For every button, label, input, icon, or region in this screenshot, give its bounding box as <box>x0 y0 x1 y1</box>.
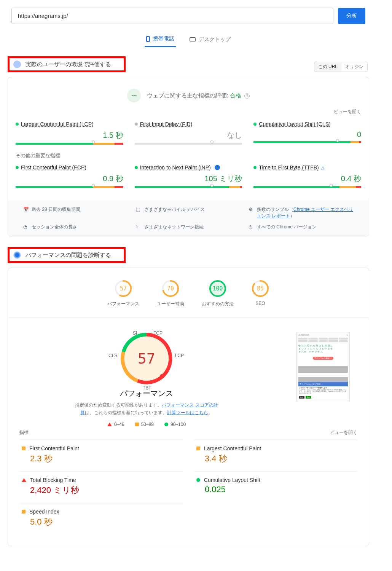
other-metrics-label: その他の重要な指標 <box>8 152 369 161</box>
metric-interactiontonextpaintinp: Interaction to Next Paint (INP) i105 ミリ秒 <box>135 164 242 188</box>
expand-metrics-button[interactable]: ビューを開く <box>330 429 357 436</box>
mobile-icon <box>146 36 150 42</box>
metric-card[interactable]: Largest Contentful Paint3.4 秒 <box>194 440 357 471</box>
metric-largestcontentfulpaintlcp: Largest Contentful Paint (LCP)1.5 秒 <box>16 121 123 145</box>
origin-toggle[interactable]: この URL オリジン <box>314 62 368 72</box>
tab-mobile[interactable]: 携帯電話 <box>145 32 176 47</box>
metric-card[interactable]: First Contentful Paint2.3 秒 <box>19 440 183 471</box>
users-icon <box>13 61 21 68</box>
metric-card[interactable]: Total Blocking Time2,420 ミリ秒 <box>19 471 183 503</box>
calendar-icon: 📅 <box>23 206 29 212</box>
help-icon[interactable]: ? <box>244 93 250 99</box>
score-ユーザー補助[interactable]: 70ユーザー補助 <box>157 279 184 307</box>
metric-cumulativelayoutshiftcls: Cumulative Layout Shift (CLS)0 <box>253 121 361 145</box>
collection-info: 📅過去 28 日間の収集期間 ⬚さまざまなモバイル デバイス ⚙多数のサンプル（… <box>8 200 369 236</box>
metric-firstinputdelayfid: First Input Delay (FID)なし <box>135 121 242 145</box>
score-パフォーマンス[interactable]: 57パフォーマンス <box>107 279 139 307</box>
metric-timetofirstbytettfb: Time to First Byte (TTFB) △0.4 秒 <box>253 164 361 188</box>
analyze-button[interactable]: 分析 <box>338 8 365 24</box>
expand-view-button[interactable]: ビューを開く <box>8 106 369 117</box>
clock-icon: ◔ <box>23 224 29 229</box>
samples-icon: ⚙ <box>249 206 254 212</box>
device-tabs: 携帯電話 デスクトップ <box>8 32 369 47</box>
experimental-icon: △ <box>321 165 324 170</box>
metrics-table-heading: 指標 <box>19 429 29 436</box>
metric-card[interactable]: Speed Index5.0 秒 <box>19 503 183 534</box>
url-input[interactable] <box>11 8 333 24</box>
metric-link[interactable]: Cumulative Layout Shift (CLS) <box>259 121 330 127</box>
metric-link[interactable]: First Input Delay (FID) <box>140 121 193 127</box>
section-diagnose-header: パフォーマンスの問題を診断する <box>8 247 126 263</box>
metric-firstcontentfulpaintfcp: First Contentful Paint (FCP)0.9 秒 <box>16 164 123 188</box>
score-おすすめの方法[interactable]: 100おすすめの方法 <box>202 279 234 307</box>
toggle-this-url[interactable]: この URL <box>314 62 341 72</box>
metric-link[interactable]: Interaction to Next Paint (INP) <box>140 164 211 171</box>
metric-link[interactable]: Time to First Byte (TTFB) <box>259 164 319 171</box>
section-title: パフォーマンスの問題を診断する <box>25 252 111 259</box>
devices-icon: ⬚ <box>136 206 141 212</box>
diagnose-icon <box>13 251 21 259</box>
tab-desktop[interactable]: デスクトップ <box>188 32 232 47</box>
pulse-icon: ~~ <box>127 89 141 102</box>
calculator-link[interactable]: 計算ツールはこちら <box>167 410 208 415</box>
score-SEO[interactable]: 85SEO <box>251 279 269 307</box>
chrome-icon: ◎ <box>249 224 254 229</box>
metric-link[interactable]: Largest Contentful Paint (LCP) <box>21 121 94 127</box>
info-icon[interactable]: i <box>215 165 220 170</box>
toggle-origin[interactable]: オリジン <box>341 62 367 72</box>
wifi-icon: ⌇ <box>136 224 141 229</box>
performance-description: 推定値のため変動する可能性があります。パフォーマンス スコアの計算は、これらの指… <box>74 402 219 416</box>
section-title: 実際のユーザーの環境で評価する <box>25 61 111 68</box>
metric-link[interactable]: First Contentful Paint (FCP) <box>21 164 86 171</box>
cwv-panel: ~~ ウェブに関する主な指標の評価: 合格 ? ビューを開く Largest C… <box>8 77 369 236</box>
page-screenshot-thumbnail: ANAGRAMS≡ 会 社 の 隠 れ た 魅 力 を 発 掘 しビ ジ ネ ス… <box>296 332 350 401</box>
performance-big-gauge: 57 SI FCP LCP CLS TBT <box>120 332 173 385</box>
score-legend: 0–49 50–89 90–100 <box>27 422 266 427</box>
metric-card[interactable]: Cumulative Layout Shift0.025 <box>194 471 357 503</box>
desktop-icon <box>190 37 196 41</box>
cwv-heading: ウェブに関する主な指標の評価: 合格 ? <box>147 92 250 99</box>
section-real-user-header: 実際のユーザーの環境で評価する <box>8 56 126 72</box>
diagnostic-panel: 57パフォーマンス70ユーザー補助100おすすめの方法85SEO 57 SI F… <box>8 268 369 546</box>
